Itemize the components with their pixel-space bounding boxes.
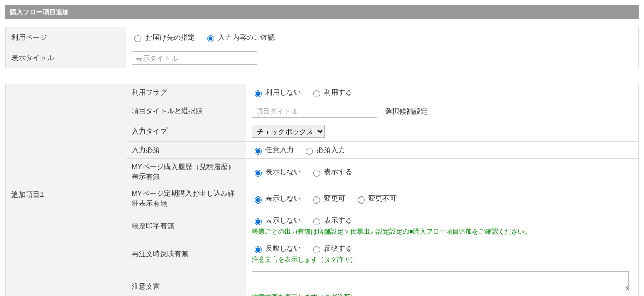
my-history-opt2-radio[interactable] (313, 170, 320, 177)
page-title: 購入フロー項目追加 (5, 5, 639, 19)
my-sub-detail-opt1-text: 表示しない (265, 194, 301, 202)
usage-page-label: 利用ページ (6, 27, 126, 48)
my-sub-detail-opt2-label[interactable]: 変更可 (310, 194, 347, 202)
reorder-hint: 注意文言を表示します（タグ許可） (252, 255, 633, 264)
use-flag-opt1-label[interactable]: 利用しない (252, 88, 303, 96)
usage-page-opt1-text: お届け先の指定 (145, 33, 195, 42)
required-opt2-text: 必須入力 (317, 146, 345, 154)
my-sub-detail-opt3-label[interactable]: 変更不可 (355, 194, 397, 202)
input-type-label: 入力タイプ (126, 121, 246, 142)
group-label: 追加項目1 (6, 84, 126, 297)
caution-label: 注意文言 (126, 268, 246, 297)
print-opt2-text: 表示する (324, 216, 352, 224)
usage-page-opt2-radio[interactable] (207, 35, 214, 42)
reorder-opt1-radio[interactable] (255, 246, 262, 253)
print-opt2-radio[interactable] (313, 218, 320, 225)
my-history-opt1-radio[interactable] (255, 170, 262, 177)
usage-page-opt2-label[interactable]: 入力内容のご確認 (204, 33, 275, 42)
print-opt1-label[interactable]: 表示しない (252, 216, 303, 224)
usage-page-opt1-radio[interactable] (134, 35, 141, 42)
usage-page-opt1-label[interactable]: お届け先の指定 (132, 33, 197, 42)
required-opt1-label[interactable]: 任意入力 (252, 146, 296, 154)
required-opt2-label[interactable]: 必須入力 (303, 146, 345, 154)
use-flag-opt2-label[interactable]: 利用する (310, 88, 352, 96)
use-flag-opt1-radio[interactable] (255, 90, 262, 97)
item-title-label: 項目タイトルと選択肢 (126, 101, 246, 121)
item-title-input[interactable] (252, 105, 377, 118)
my-history-opt2-label[interactable]: 表示する (310, 167, 352, 176)
my-sub-detail-opt2-text: 変更可 (324, 194, 345, 202)
required-label: 入力必須 (126, 142, 246, 159)
use-flag-label: 利用フラグ (126, 84, 246, 101)
input-type-select[interactable]: チェックボックス (252, 125, 325, 138)
my-history-opt1-label[interactable]: 表示しない (252, 167, 303, 176)
my-sub-detail-opt3-radio[interactable] (358, 196, 365, 204)
choice-settings-link[interactable]: 選択候補設定 (385, 107, 428, 115)
my-history-opt2-text: 表示する (324, 167, 352, 176)
use-flag-opt2-radio[interactable] (313, 90, 320, 97)
my-sub-detail-opt2-radio[interactable] (313, 196, 320, 204)
required-opt2-radio[interactable] (306, 148, 313, 155)
my-history-label: MYページ購入履歴（見積履歴）表示有無 (126, 159, 246, 185)
usage-page-opt2-text: 入力内容のご確認 (218, 33, 275, 42)
reorder-opt1-text: 反映しない (265, 244, 301, 252)
display-title-label: 表示タイトル (6, 48, 126, 68)
my-sub-detail-label: MYページ定期購入お申し込み詳細表示有無 (126, 185, 246, 212)
use-flag-opt1-text: 利用しない (265, 88, 301, 96)
reorder-opt2-text: 反映する (324, 244, 352, 252)
my-history-opt1-text: 表示しない (265, 167, 301, 176)
section1-table: 利用ページ お届け先の指定 入力内容のご確認 表示タイトル (5, 27, 639, 68)
display-title-input[interactable] (132, 51, 257, 65)
reorder-opt1-label[interactable]: 反映しない (252, 244, 303, 252)
reorder-opt2-radio[interactable] (313, 246, 320, 253)
print-opt1-text: 表示しない (265, 216, 301, 224)
print-hint: 帳票ごとの出力有無は店舗設定＞伝票出力設定設定の■購入フロー項目追加をご確認くだ… (252, 227, 633, 236)
required-opt1-radio[interactable] (255, 148, 262, 155)
caution-hint: 注意文言を表示します（タグ許可） (252, 293, 633, 296)
required-opt1-text: 任意入力 (265, 146, 294, 154)
reorder-label: 再注文時反映有無 (126, 240, 246, 268)
my-sub-detail-opt3-text: 変更不可 (368, 194, 397, 202)
print-label: 帳票印字有無 (126, 212, 246, 240)
my-sub-detail-opt1-radio[interactable] (255, 196, 262, 204)
use-flag-opt2-text: 利用する (324, 88, 352, 96)
print-opt1-radio[interactable] (255, 218, 262, 225)
caution-textarea[interactable] (252, 271, 629, 291)
print-opt2-label[interactable]: 表示する (310, 216, 352, 224)
reorder-opt2-label[interactable]: 反映する (310, 244, 352, 252)
section2-table: 追加項目1 利用フラグ 利用しない 利用する 項目タイトルと選択肢 選択候補設定… (5, 84, 639, 296)
my-sub-detail-opt1-label[interactable]: 表示しない (252, 194, 303, 202)
